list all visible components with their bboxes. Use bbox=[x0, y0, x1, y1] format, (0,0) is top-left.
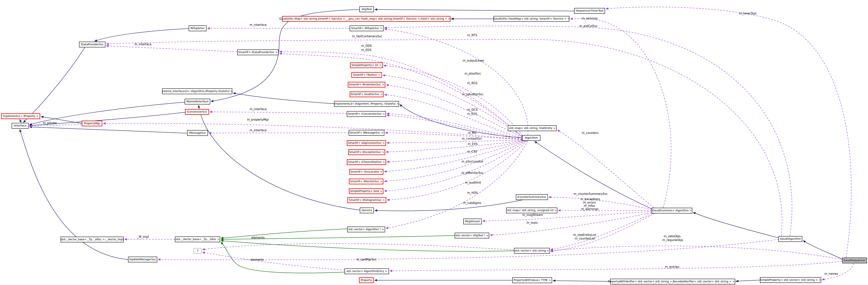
node-smartif-iconversionsvc[interactable]: SmartIF< IConversionSvc > bbox=[347, 111, 386, 117]
edge-algorithm-to-simpleproperty-bool bbox=[384, 141, 526, 191]
edge-label: m_DCS bbox=[467, 108, 477, 111]
node-gaudialgorithm[interactable]: GaudiAlgorithm bbox=[778, 236, 802, 242]
edge-gaudialgorithm-to-idataprovidersvc bbox=[106, 40, 782, 236]
node-isequencertimertool[interactable]: ISequencerTimerTool bbox=[574, 8, 605, 14]
node-map-statentity[interactable]: std::map< std::string, StatEntity > bbox=[508, 126, 557, 131]
edge-label: m_HDS bbox=[467, 191, 477, 194]
node-vector-string[interactable]: std::vector< std::string > bbox=[514, 248, 550, 254]
node-vector-algorithm[interactable]: std::vector< Algorithm * > bbox=[347, 226, 385, 232]
edge-gaudicommon-to-vector-string bbox=[551, 213, 653, 250]
node-gaudiutils-hashmap[interactable]: GaudiUtils::HashMap< std::string, SmartI… bbox=[494, 16, 569, 22]
node-vector-algorithmentry[interactable]: std::vector< AlgorithmEntry > bbox=[344, 269, 389, 274]
edge-algorithm-to-implements3 bbox=[400, 104, 522, 138]
node-smartif-ialgcontextsvc[interactable]: SmartIF< IAlgContextSvc > bbox=[347, 140, 386, 146]
node-smartif-ihistogramsvc[interactable]: SmartIF< IHistogramSvc > bbox=[347, 197, 386, 203]
edge-label: m_entries bbox=[665, 265, 679, 269]
node-gaudicommon[interactable]: GaudiCommon< Algorithm > bbox=[652, 208, 692, 213]
edge-isequencertimertool-to-ialgtool bbox=[375, 9, 574, 11]
edge-label: m_pOuter bbox=[43, 121, 57, 125]
node-gaudisequencer[interactable]: GaudiSequencer bbox=[842, 258, 867, 263]
node-vector-ialgtool[interactable]: std::vector< IAlgTool * > bbox=[455, 233, 489, 238]
node-smartif-isvclocator[interactable]: SmartIF< ISvcLocator > bbox=[349, 169, 383, 175]
edge-vector-algorithm-to-vector-base bbox=[221, 229, 347, 238]
node-extend-interfaces3[interactable]: extend_interfaces3< IAlgorithm,IProperty… bbox=[162, 88, 232, 94]
node-smartif-itoolsvc[interactable]: SmartIF< IToolSvc > bbox=[351, 72, 382, 78]
node-smartif-imessagesvc[interactable]: SmartIF< IMessageSvc > bbox=[349, 130, 384, 136]
edge-label: m_timerTool bbox=[739, 12, 756, 15]
edge-label: m_counters bbox=[582, 131, 598, 135]
edge-implements3-to-extend-interfaces3 bbox=[233, 93, 334, 104]
edge-label: m_EXS bbox=[468, 142, 477, 146]
node-iservice[interactable]: IService bbox=[360, 208, 374, 213]
edge-algorithm-to-smartif-iauditorsvc bbox=[384, 95, 522, 138]
node-smartif-intuplesvc[interactable]: SmartIF< INTupleSvc > bbox=[350, 26, 383, 31]
edge-label: m_updMgrSvc bbox=[356, 258, 376, 261]
edge-gaudicommon-to-map-statentity bbox=[557, 130, 654, 208]
node-imessagesvc[interactable]: IMessageSvc bbox=[187, 130, 208, 136]
node-iinterface[interactable]: IInterface bbox=[11, 123, 29, 129]
node-propertywithverifier[interactable]: PropertyWithVerifier< std::vector< std::… bbox=[610, 279, 735, 284]
edge-simpleproperty-vectorstring-to-propertywithverifier bbox=[736, 280, 760, 281]
edge-intuplesvc-to-idataprovidersvc bbox=[95, 29, 189, 41]
edge-idataprovidersvc-to-iinterface bbox=[23, 47, 85, 122]
node-smartif-iauditorsvc[interactable]: SmartIF< IAuditorSvc > bbox=[350, 92, 383, 97]
edge-label: m_exceptions bbox=[581, 198, 600, 201]
edge-label: m_outputLevel bbox=[463, 59, 484, 62]
node-iupdatemanagersvc[interactable]: IUpdateManagerSvc bbox=[128, 257, 157, 262]
node-smartif-irndmgensvc[interactable]: SmartIF< IRndmGenSvc > bbox=[348, 82, 385, 87]
edge-algorithm-to-smartif-ichronostatsvc bbox=[387, 141, 523, 162]
edge-label: m_warnings bbox=[581, 207, 598, 211]
edge-algorithm-to-propertymgr bbox=[103, 123, 522, 140]
node-simpleproperty-bool[interactable]: SimpleProperty< bool > bbox=[349, 188, 383, 194]
edge-label: m_interface bbox=[134, 43, 152, 46]
edge-icountersummarysvc-to-iservice bbox=[375, 200, 522, 211]
edge-label: m_EDS bbox=[361, 48, 371, 52]
node-smartif-idataprovidersvc[interactable]: SmartIF< IDataProviderSvc > bbox=[237, 49, 279, 55]
node-idataprovidersvc[interactable]: IDataProviderSvc bbox=[79, 42, 105, 47]
edge-label: m_pAuditorSvc bbox=[462, 93, 484, 96]
node-simpleproperty-int[interactable]: SimpleProperty< int > bbox=[350, 62, 383, 68]
node-algorithm[interactable]: Algorithm bbox=[522, 135, 540, 141]
edge-label: m_interface bbox=[250, 107, 267, 111]
edge-label: m_propertyMgr bbox=[247, 118, 269, 121]
edge-label: m_contextSvc bbox=[462, 137, 482, 140]
node-propertywithvalue[interactable]: PropertyWithValue< TYPE > bbox=[512, 277, 552, 283]
node-map-unsignedint[interactable]: std::map< std::string, unsigned int > bbox=[506, 208, 557, 213]
edge-label: m_DDS bbox=[361, 44, 372, 47]
edge-label: elements bbox=[251, 258, 264, 261]
node-t-node[interactable]: T bbox=[194, 248, 202, 254]
edge-algorithm-to-smartif-isvclocator bbox=[384, 141, 524, 172]
node-smartif-imonitorsvc[interactable]: SmartIF< IMonitorSvc > bbox=[349, 179, 383, 184]
node-icountersummarysvc[interactable]: ICounterSummarySvc bbox=[516, 194, 548, 200]
edge-algorithm-to-smartif-imonitorsvc bbox=[384, 141, 525, 181]
node-inamedinterface[interactable]: INamedInterface bbox=[185, 99, 210, 104]
node-property[interactable]: Property bbox=[359, 277, 374, 283]
node-vector-base[interactable]: std::_Vector_base< _Tp, _Alloc > bbox=[175, 237, 220, 242]
node-implements1[interactable]: implements1< IProperty > bbox=[1, 113, 40, 119]
node-implements3[interactable]: implements3< IAlgorithm, IProperty, ISta… bbox=[334, 101, 399, 107]
edge-label: m_evtColSvc bbox=[579, 24, 598, 28]
edge-label: m_tools bbox=[527, 221, 537, 224]
edge-gaudicommon-to-map-unsignedint bbox=[558, 210, 652, 211]
collaboration-diagram: IAlgToolISequencerTimerToolGaudiUtils::M… bbox=[0, 0, 868, 285]
edge-label: _M_impl bbox=[137, 235, 149, 239]
edge-algorithm-to-smartif-ialgcontextsvc bbox=[386, 140, 522, 143]
node-smartif-ichronostatsvc[interactable]: SmartIF< IChronoStatSvc > bbox=[347, 159, 386, 165]
node-msgstream[interactable]: MsgStream bbox=[463, 219, 482, 224]
node-propertymgr[interactable]: PropertyMgr bbox=[82, 120, 102, 126]
edge-algorithm-to-smartif-iexceptionsvc bbox=[386, 141, 522, 152]
edge-label: m_CSS bbox=[467, 150, 477, 153]
edge-gaudisequencer-to-vector-algorithmentry bbox=[390, 261, 842, 271]
node-gaudiutils-map[interactable]: GaudiUtils::Map< std::string,SmartIF< IS… bbox=[282, 16, 451, 22]
edge-implements1-to-iinterface bbox=[20, 119, 21, 122]
node-smartif-iexceptionsvc[interactable]: SmartIF< IExceptionSvc > bbox=[348, 149, 385, 155]
node-vector-impl[interactable]: std::_Vector_base< _Tp, _Alloc >::_Vecto… bbox=[61, 237, 124, 242]
node-simpleproperty-vectorstring[interactable]: SimpleProperty< std::vector< std::string… bbox=[760, 277, 821, 283]
edge-label: m_fastContainersSvc bbox=[352, 35, 382, 38]
node-iconversionsvc[interactable]: IConversionSvc bbox=[185, 109, 209, 115]
edge-gaudicommon-to-icountersummarysvc bbox=[549, 197, 652, 210]
edge-label: m_counterList bbox=[575, 237, 595, 240]
edge-label: m_counterSummarySvc bbox=[574, 192, 608, 195]
node-ialgtool[interactable]: IAlgTool bbox=[360, 6, 374, 12]
node-intuplesvc[interactable]: INTupleSvc bbox=[189, 26, 207, 31]
